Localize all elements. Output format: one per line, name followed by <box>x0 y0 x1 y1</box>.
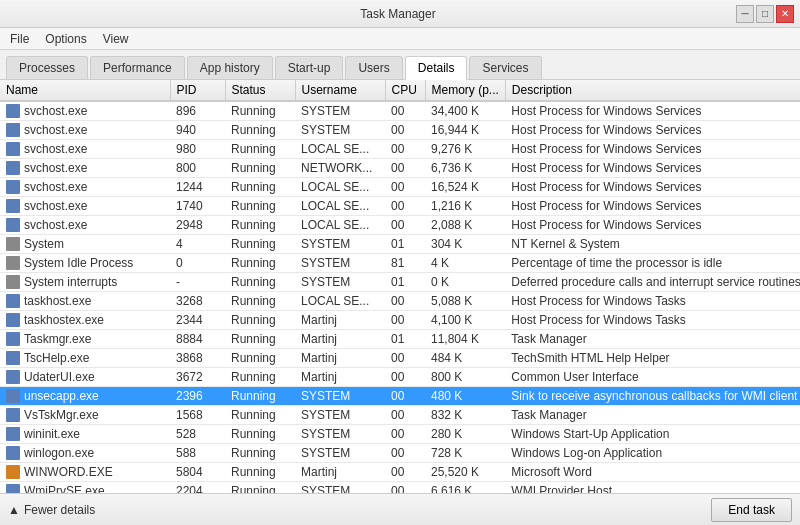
tab-details[interactable]: Details <box>405 56 468 80</box>
cell-name: svchost.exe <box>0 121 170 139</box>
cell-status: Running <box>225 330 295 349</box>
table-row[interactable]: taskhostex.exe2344RunningMartinj004,100 … <box>0 311 800 330</box>
table-row[interactable]: Taskmgr.exe8884RunningMartinj0111,804 KT… <box>0 330 800 349</box>
cell-memory: 34,400 K <box>425 101 505 121</box>
process-icon <box>6 332 20 346</box>
cell-memory: 9,276 K <box>425 140 505 159</box>
menu-item-file[interactable]: File <box>6 31 33 47</box>
process-icon <box>6 427 20 441</box>
cell-username: LOCAL SE... <box>295 178 385 197</box>
process-icon <box>6 389 20 403</box>
tab-app-history[interactable]: App history <box>187 56 273 79</box>
cell-username: LOCAL SE... <box>295 197 385 216</box>
cell-cpu: 81 <box>385 254 425 273</box>
window-title: Task Manager <box>60 7 736 21</box>
tab-processes[interactable]: Processes <box>6 56 88 79</box>
cell-name: svchost.exe <box>0 197 170 215</box>
end-task-button[interactable]: End task <box>711 498 792 522</box>
process-icon <box>6 161 20 175</box>
cell-status: Running <box>225 406 295 425</box>
table-row[interactable]: WINWORD.EXE5804RunningMartinj0025,520 KM… <box>0 463 800 482</box>
table-row[interactable]: TscHelp.exe3868RunningMartinj00484 KTech… <box>0 349 800 368</box>
fewer-details-button[interactable]: ▲ Fewer details <box>8 503 95 517</box>
cell-cpu: 00 <box>385 387 425 406</box>
table-row[interactable]: WmiPrvSE.exe2204RunningSYSTEM006,616 KWM… <box>0 482 800 494</box>
process-icon <box>6 199 20 213</box>
cell-cpu: 00 <box>385 197 425 216</box>
cell-cpu: 00 <box>385 311 425 330</box>
cell-username: SYSTEM <box>295 235 385 254</box>
table-row[interactable]: svchost.exe2948RunningLOCAL SE...002,088… <box>0 216 800 235</box>
cell-cpu: 00 <box>385 463 425 482</box>
col-header-name[interactable]: Name <box>0 80 170 101</box>
cell-pid: 8884 <box>170 330 225 349</box>
cell-status: Running <box>225 159 295 178</box>
cell-cpu: 00 <box>385 406 425 425</box>
cell-username: SYSTEM <box>295 254 385 273</box>
table-row[interactable]: System4RunningSYSTEM01304 KNT Kernel & S… <box>0 235 800 254</box>
cell-cpu: 00 <box>385 140 425 159</box>
cell-pid: 3868 <box>170 349 225 368</box>
table-row[interactable]: winlogon.exe588RunningSYSTEM00728 KWindo… <box>0 444 800 463</box>
table-row[interactable]: svchost.exe1740RunningLOCAL SE...001,216… <box>0 197 800 216</box>
cell-status: Running <box>225 216 295 235</box>
cell-memory: 25,520 K <box>425 463 505 482</box>
table-row[interactable]: svchost.exe1244RunningLOCAL SE...0016,52… <box>0 178 800 197</box>
col-header-pid[interactable]: PID <box>170 80 225 101</box>
process-table-container[interactable]: Name PID Status Username CPU Memory (p..… <box>0 80 800 493</box>
minimize-button[interactable]: ─ <box>736 5 754 23</box>
table-row[interactable]: System interrupts-RunningSYSTEM010 KDefe… <box>0 273 800 292</box>
table-row[interactable]: svchost.exe940RunningSYSTEM0016,944 KHos… <box>0 121 800 140</box>
table-row[interactable]: taskhost.exe3268RunningLOCAL SE...005,08… <box>0 292 800 311</box>
table-row[interactable]: UdaterUI.exe3672RunningMartinj00800 KCom… <box>0 368 800 387</box>
table-row[interactable]: wininit.exe528RunningSYSTEM00280 KWindow… <box>0 425 800 444</box>
col-header-status[interactable]: Status <box>225 80 295 101</box>
cell-cpu: 00 <box>385 216 425 235</box>
cell-status: Running <box>225 444 295 463</box>
cell-name: taskhost.exe <box>0 292 170 310</box>
cell-description: Host Process for Windows Services <box>505 197 800 216</box>
tabs-bar: ProcessesPerformanceApp historyStart-upU… <box>0 50 800 80</box>
cell-name: svchost.exe <box>0 216 170 234</box>
cell-username: SYSTEM <box>295 444 385 463</box>
tab-start-up[interactable]: Start-up <box>275 56 344 79</box>
close-button[interactable]: ✕ <box>776 5 794 23</box>
cell-description: Host Process for Windows Services <box>505 159 800 178</box>
cell-name: TscHelp.exe <box>0 349 170 367</box>
cell-cpu: 00 <box>385 121 425 140</box>
cell-memory: 800 K <box>425 368 505 387</box>
fewer-details-icon: ▲ <box>8 503 20 517</box>
cell-status: Running <box>225 121 295 140</box>
cell-username: LOCAL SE... <box>295 140 385 159</box>
tab-performance[interactable]: Performance <box>90 56 185 79</box>
cell-memory: 1,216 K <box>425 197 505 216</box>
tab-users[interactable]: Users <box>345 56 402 79</box>
menu-item-view[interactable]: View <box>99 31 133 47</box>
maximize-button[interactable]: □ <box>756 5 774 23</box>
col-header-username[interactable]: Username <box>295 80 385 101</box>
cell-username: Martinj <box>295 368 385 387</box>
cell-name: svchost.exe <box>0 140 170 158</box>
tab-services[interactable]: Services <box>469 56 541 79</box>
col-header-description[interactable]: Description <box>505 80 800 101</box>
table-row[interactable]: VsTskMgr.exe1568RunningSYSTEM00832 KTask… <box>0 406 800 425</box>
table-row[interactable]: svchost.exe980RunningLOCAL SE...009,276 … <box>0 140 800 159</box>
cell-username: Martinj <box>295 330 385 349</box>
menu-item-options[interactable]: Options <box>41 31 90 47</box>
cell-description: NT Kernel & System <box>505 235 800 254</box>
cell-cpu: 00 <box>385 425 425 444</box>
process-icon <box>6 446 20 460</box>
col-header-cpu[interactable]: CPU <box>385 80 425 101</box>
cell-description: WMI Provider Host <box>505 482 800 494</box>
table-row[interactable]: svchost.exe800RunningNETWORK...006,736 K… <box>0 159 800 178</box>
col-header-memory[interactable]: Memory (p... <box>425 80 505 101</box>
cell-username: SYSTEM <box>295 425 385 444</box>
table-row[interactable]: unsecapp.exe2396RunningSYSTEM00480 KSink… <box>0 387 800 406</box>
cell-username: NETWORK... <box>295 159 385 178</box>
cell-status: Running <box>225 178 295 197</box>
cell-cpu: 00 <box>385 444 425 463</box>
table-row[interactable]: System Idle Process0RunningSYSTEM814 KPe… <box>0 254 800 273</box>
cell-memory: 2,088 K <box>425 216 505 235</box>
table-row[interactable]: svchost.exe896RunningSYSTEM0034,400 KHos… <box>0 101 800 121</box>
process-icon <box>6 351 20 365</box>
